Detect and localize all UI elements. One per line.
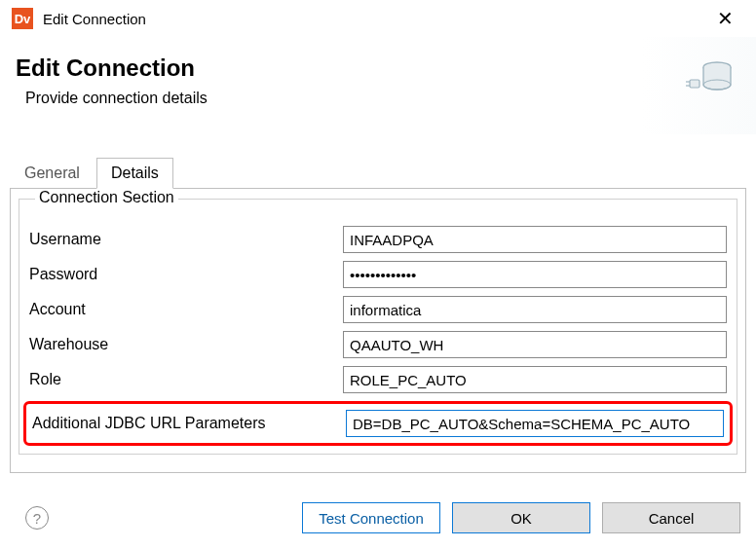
- ok-button[interactable]: OK: [452, 502, 590, 533]
- tab-panel-details: Connection Section Username Password Acc…: [10, 189, 746, 473]
- row-role: Role: [29, 366, 727, 393]
- close-icon[interactable]: ✕: [705, 9, 744, 28]
- svg-rect-2: [690, 80, 699, 88]
- test-connection-button[interactable]: Test Connection: [302, 502, 440, 533]
- dialog-footer: ? Test Connection OK Cancel: [0, 496, 756, 539]
- cancel-button[interactable]: Cancel: [602, 502, 740, 533]
- database-plug-icon: [686, 58, 735, 99]
- label-jdbc: Additional JDBC URL Parameters: [32, 415, 346, 432]
- tabs-area: General Details Connection Section Usern…: [10, 156, 746, 473]
- app-icon: Dv: [12, 8, 33, 29]
- dialog-header: Edit Connection Provide connection detai…: [0, 37, 756, 134]
- input-jdbc[interactable]: [346, 410, 724, 437]
- label-username: Username: [29, 231, 343, 248]
- connection-section: Connection Section Username Password Acc…: [19, 199, 737, 455]
- connection-section-legend: Connection Section: [35, 189, 178, 206]
- titlebar: Dv Edit Connection ✕: [0, 0, 756, 37]
- row-jdbc-highlighted: Additional JDBC URL Parameters: [23, 401, 733, 446]
- page-subtitle: Provide connection details: [25, 90, 740, 107]
- input-role[interactable]: [343, 366, 727, 393]
- help-icon[interactable]: ?: [25, 506, 49, 530]
- input-username[interactable]: [343, 226, 727, 253]
- tab-strip: General Details: [10, 156, 746, 189]
- page-title: Edit Connection: [16, 55, 740, 82]
- row-username: Username: [29, 226, 727, 253]
- row-account: Account: [29, 296, 727, 323]
- tab-general[interactable]: General: [10, 158, 94, 188]
- label-role: Role: [29, 371, 343, 388]
- input-password[interactable]: [343, 261, 727, 288]
- row-password: Password: [29, 261, 727, 288]
- input-warehouse[interactable]: [343, 331, 727, 358]
- tab-details[interactable]: Details: [96, 158, 173, 189]
- label-account: Account: [29, 301, 343, 318]
- window-title: Edit Connection: [43, 11, 705, 27]
- row-warehouse: Warehouse: [29, 331, 727, 358]
- label-warehouse: Warehouse: [29, 336, 343, 353]
- label-password: Password: [29, 266, 343, 283]
- input-account[interactable]: [343, 296, 727, 323]
